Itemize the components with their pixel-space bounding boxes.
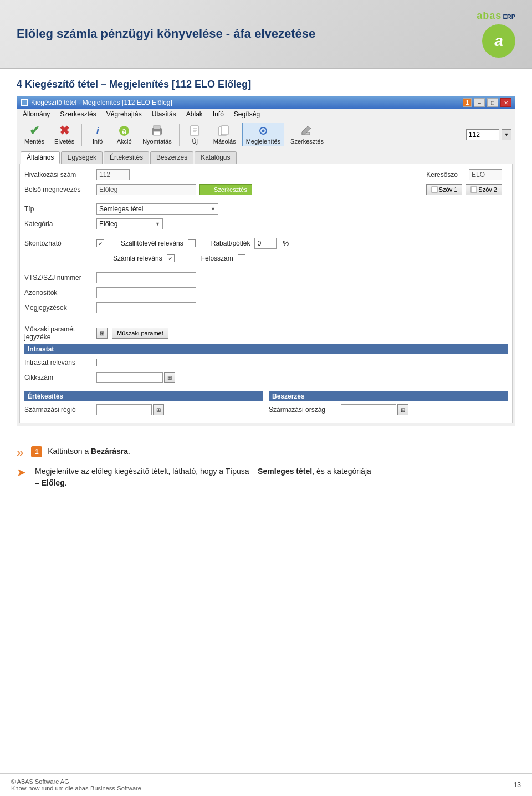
szov2-btn[interactable]: Szóv 2 (466, 184, 502, 195)
window-minimize-btn[interactable]: – (474, 98, 485, 107)
content-area: Hivatkozási szám Keresőszó Belső megneve… (19, 164, 513, 423)
kategoria-label: Kategória (24, 220, 96, 228)
new-icon (187, 124, 203, 137)
szerkesztes-btn[interactable]: Szerkesztés (200, 184, 252, 195)
window-close-btn[interactable]: ✕ (500, 98, 511, 107)
szarmazasi-regio-icon[interactable]: ⊞ (153, 404, 164, 415)
tab-bar: Általános Egységek Értékesítés Beszerzés… (17, 149, 515, 164)
spacer-3 (24, 267, 508, 272)
svg-rect-17 (204, 186, 212, 193)
szarmazasi-regio-value[interactable] (96, 404, 152, 415)
print-icon (149, 124, 165, 137)
window-title-left: Kiegészítő tétel - Megjelenítés [112 ELO… (21, 99, 172, 106)
tab-ertekesites[interactable]: Értékesítés (104, 151, 149, 164)
window-controls[interactable]: 1 – □ ✕ (463, 98, 511, 107)
spacer-5 (24, 321, 508, 325)
tab-egysegek[interactable]: Egységek (61, 151, 103, 164)
section-title: 4 Kiegészítő tétel – Megjelenítés [112 E… (0, 69, 532, 96)
intrastat-label: Intrastat releváns (24, 359, 96, 366)
szarmazasi-orszag-icon[interactable]: ⊞ (397, 404, 408, 415)
cikkszam-value[interactable] (96, 372, 163, 383)
szamla-checkbox[interactable] (167, 254, 175, 262)
vtsz-row: VTSZ/SZJ nummer (24, 272, 508, 284)
megjelenítes-button[interactable]: Megjelenítés (242, 123, 284, 146)
x-icon: ✖ (57, 124, 72, 137)
megjegyzes-value[interactable] (96, 302, 196, 313)
edit-icon (299, 124, 315, 137)
tab-katalogus[interactable]: Katalógus (195, 151, 236, 164)
azonositok-row: Azonosítók (24, 287, 508, 299)
step-1-text: Kattintson a Bezárásra. (48, 446, 130, 457)
toolbar-field-value[interactable] (466, 129, 499, 140)
szerkesztes-toolbar-button[interactable]: Szerkesztés (287, 123, 328, 146)
beszerzes-panel: Beszerzés Származási ország ⊞ (269, 388, 508, 419)
kategoria-row: Kategória Előleg ▼ (24, 218, 508, 230)
tip-label: Típ (24, 205, 96, 213)
muszaki-icon-btn[interactable]: ⊞ (96, 328, 108, 339)
svg-rect-5 (154, 126, 160, 129)
spacer-1 (24, 198, 508, 203)
circle-arrow-icon: ➤ (17, 466, 26, 479)
muszaki-btn[interactable]: Műszaki paramét (112, 328, 168, 339)
masolas-button[interactable]: Másolás (209, 123, 240, 146)
window-maximize-btn[interactable]: □ (487, 98, 498, 107)
menu-allomany[interactable]: Állomány (21, 110, 52, 119)
svg-text:a: a (122, 126, 126, 135)
tab-beszerzes[interactable]: Beszerzés (150, 151, 193, 164)
page-header: Előleg számla pénzügyi könyvelése - áfa … (0, 0, 532, 69)
hivatkozasi-value[interactable] (96, 169, 130, 180)
cikkszam-label: Cikkszám (24, 374, 96, 381)
double-arrow-icon: » (17, 446, 23, 460)
hivatkozasi-label: Hivatkozási szám (24, 171, 96, 178)
keresoszo-label: Keresőszó (426, 171, 458, 178)
menu-szerkesztes[interactable]: Szerkesztés (58, 110, 98, 119)
footer-copyright: © ABAS Software AG (11, 778, 141, 785)
megjegyzes-label: Megjegyzések (24, 304, 96, 312)
intrastat-checkbox[interactable] (96, 359, 104, 366)
uj-button[interactable]: Új (183, 123, 207, 146)
menu-ablak[interactable]: Ablak (184, 110, 205, 119)
view-icon (255, 124, 271, 137)
footer-left: © ABAS Software AG Know-how rund um die … (11, 778, 141, 792)
toolbar-dropdown-btn[interactable]: ▼ (502, 129, 511, 140)
rabatt-value[interactable] (254, 238, 277, 249)
beszerzes-bar: Beszerzés (269, 391, 508, 401)
tab-altalanos[interactable]: Általános (21, 151, 60, 164)
info-button[interactable]: i Infó (85, 123, 110, 146)
szarmazasi-orszag-value[interactable] (341, 404, 396, 415)
menu-info[interactable]: Infó (211, 110, 226, 119)
tip-value: Semleges tétel (99, 205, 211, 213)
vtsz-value[interactable] (96, 272, 196, 283)
svg-rect-6 (154, 131, 160, 135)
svg-point-14 (262, 130, 264, 132)
akcio-button[interactable]: a Akció (112, 123, 136, 146)
megjegyzes-row: Megjegyzések (24, 302, 508, 314)
azonositok-value[interactable] (96, 287, 196, 298)
nyomtatas-button[interactable]: Nyomtatás (139, 123, 176, 146)
cikkszam-icon-btn[interactable]: ⊞ (164, 372, 175, 383)
kategoria-value: Előleg (99, 220, 155, 228)
abas-logo: abas ERP a (477, 10, 515, 58)
keresoszo-value[interactable] (469, 169, 502, 180)
szarmazasi-regio-row: Származási régió ⊞ (24, 404, 263, 416)
skontozható-checkbox[interactable] (96, 239, 104, 247)
felosszam-checkbox[interactable] (238, 254, 245, 262)
elvetes-button[interactable]: ✖ Elvetés (50, 123, 78, 146)
step-arrow-row: ➤ Megjelenítve az előleg kiegészítő téte… (17, 466, 515, 489)
menu-segitseg[interactable]: Segítség (232, 110, 262, 119)
szarmazasi-regio-label: Származási régió (24, 406, 96, 414)
step-1-badge: 1 (31, 446, 42, 457)
belso-label: Belső megnevezés (24, 186, 96, 193)
szov1-btn[interactable]: Szóv 1 (426, 184, 463, 195)
window-app-icon (21, 99, 28, 106)
tip-dropdown-icon: ▼ (211, 206, 216, 212)
szallitolevel-checkbox[interactable] (188, 239, 196, 247)
belso-value[interactable] (96, 184, 196, 195)
mentés-button[interactable]: ✔ Mentés (21, 123, 48, 146)
app-window: Kiegészítő tétel - Megjelenítés [112 ELO… (17, 96, 515, 426)
check-icon: ✔ (27, 124, 42, 137)
window-title-text: Kiegészítő tétel - Megjelenítés [112 ELO… (31, 99, 172, 106)
menu-utasitas[interactable]: Utasítás (150, 110, 178, 119)
menu-vegrehajtás[interactable]: Végrehajtás (104, 110, 144, 119)
kategoria-dropdown-icon: ▼ (155, 221, 160, 227)
